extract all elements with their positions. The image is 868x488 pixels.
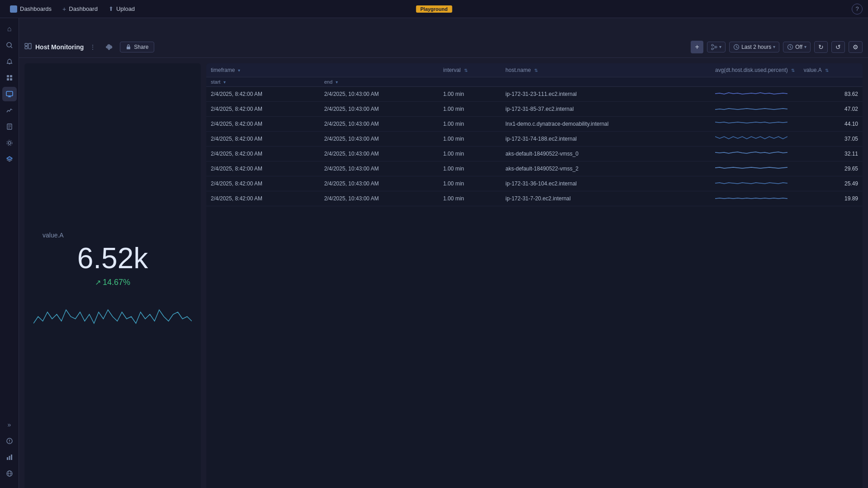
table-row[interactable]: 2/4/2025, 8:42:00 AM2/4/2025, 10:43:00 A…: [206, 147, 863, 161]
value-main: 6.52k: [77, 242, 148, 274]
plus-icon: +: [62, 5, 66, 13]
sidebar-item-layers[interactable]: [2, 152, 17, 166]
undo-button[interactable]: ↺: [831, 41, 845, 53]
sparkline-svg: [33, 296, 192, 332]
avg-disk-label: avg(dt.host.disk.used.percent): [715, 67, 788, 73]
add-panel-button[interactable]: +: [691, 41, 703, 53]
panel-icon[interactable]: [24, 43, 32, 51]
dashboards-nav-btn[interactable]: Dashboards: [5, 4, 56, 14]
clock-icon: [733, 44, 740, 50]
sidebar-bottom: »: [2, 417, 17, 484]
sidebar-item-search[interactable]: [2, 38, 17, 52]
dashboard-content: value.A 6.52k ↗ 14.67%: [19, 58, 868, 488]
svg-point-31: [711, 48, 713, 50]
th-interval-sub: [439, 77, 501, 87]
svg-rect-5: [10, 78, 12, 81]
svg-rect-25: [25, 47, 28, 49]
sidebar-item-apps[interactable]: [2, 136, 17, 150]
dashboard-nav-btn[interactable]: + Dashboard: [58, 4, 102, 14]
time-range-button[interactable]: Last 2 hours ▾: [729, 42, 779, 52]
table-row[interactable]: 2/4/2025, 8:42:00 AM2/4/2025, 10:43:00 A…: [206, 191, 863, 206]
refresh-clock-icon: [787, 44, 793, 50]
auto-refresh-label: Off: [795, 44, 802, 50]
schema-chevron: ▾: [719, 44, 721, 49]
share-label: Share: [134, 44, 148, 50]
dash-settings-button[interactable]: ⚙: [849, 41, 863, 53]
sidebar-item-expand[interactable]: »: [2, 417, 17, 432]
cell-interval: 1.00 min: [439, 176, 501, 191]
dashboards-icon: [10, 5, 17, 13]
help-button[interactable]: ?: [852, 4, 863, 14]
cell-sparkline: [711, 132, 799, 147]
upload-label: Upload: [116, 5, 135, 12]
table-row[interactable]: 2/4/2025, 8:42:00 AM2/4/2025, 10:43:00 A…: [206, 102, 863, 117]
th-end[interactable]: end ▾: [320, 77, 439, 87]
table-row[interactable]: 2/4/2025, 8:42:00 AM2/4/2025, 10:43:00 A…: [206, 161, 863, 176]
timeframe-label: timeframe: [211, 67, 235, 73]
value-change-arrow-icon: ↗: [95, 278, 101, 287]
table-row[interactable]: 2/4/2025, 8:42:00 AM2/4/2025, 10:43:00 A…: [206, 132, 863, 147]
help-icon: ?: [855, 5, 859, 12]
sidebar-item-metrics[interactable]: [2, 103, 17, 118]
more-options-button[interactable]: ⋮: [87, 42, 98, 52]
cell-sparkline: [711, 191, 799, 206]
th-value-a[interactable]: value.A ⇅: [799, 63, 863, 77]
avg-disk-sort-icon: ⇅: [791, 68, 795, 73]
table-row[interactable]: 2/4/2025, 8:42:00 AM2/4/2025, 10:43:00 A…: [206, 176, 863, 191]
cell-hostname: ip-172-31-85-37.ec2.internal: [501, 102, 711, 117]
sidebar-item-grid[interactable]: [2, 71, 17, 85]
add-icon: +: [695, 43, 699, 51]
value-card: value.A 6.52k ↗ 14.67%: [24, 63, 201, 488]
sidebar-item-home[interactable]: ⌂: [2, 22, 17, 36]
svg-rect-18: [7, 457, 8, 460]
cell-hostname: ip-172-31-74-188.ec2.internal: [501, 132, 711, 147]
upload-nav-btn[interactable]: ⬆ Upload: [104, 4, 139, 14]
cell-sparkline: [711, 161, 799, 176]
sidebar-item-globe[interactable]: [2, 466, 17, 481]
lock-icon: [126, 44, 131, 50]
th-start[interactable]: start ▾: [206, 77, 320, 87]
cell-start: 2/4/2025, 8:42:00 AM: [206, 191, 320, 206]
th-hostname[interactable]: host.name ⇅: [501, 63, 711, 77]
sparkline-container: [33, 296, 192, 332]
dash-settings-icon: ⚙: [853, 43, 859, 51]
value-change: ↗ 14.67%: [95, 278, 130, 287]
value-change-pct: 14.67%: [103, 278, 130, 287]
value-a-sort-icon: ⇅: [825, 68, 829, 73]
table-row[interactable]: 2/4/2025, 8:42:00 AM2/4/2025, 10:43:00 A…: [206, 87, 863, 102]
refresh-button[interactable]: ↻: [814, 41, 828, 53]
svg-rect-2: [7, 75, 9, 77]
table-wrapper[interactable]: timeframe ▾ interval ⇅: [206, 63, 863, 488]
auto-refresh-button[interactable]: Off ▾: [783, 42, 811, 52]
table-row[interactable]: 2/4/2025, 8:42:00 AM2/4/2025, 10:43:00 A…: [206, 117, 863, 132]
cell-start: 2/4/2025, 8:42:00 AM: [206, 161, 320, 176]
main-area: Host Monitoring ⋮ Share + ▾ Last 2 hours…: [19, 36, 868, 488]
th-avg-disk[interactable]: avg(dt.host.disk.used.percent) ⇅: [711, 63, 799, 77]
th-interval[interactable]: interval ⇅: [439, 63, 501, 77]
playground-badge: Playground: [416, 5, 452, 13]
cell-hostname: aks-default-18490522-vmss_0: [501, 147, 711, 161]
cell-end: 2/4/2025, 10:43:00 AM: [320, 102, 439, 117]
sidebar-item-alerts-bottom[interactable]: [2, 434, 17, 448]
hostname-sort-icon: ⇅: [534, 68, 538, 73]
th-avg-disk-sub: [711, 77, 799, 87]
svg-point-17: [9, 442, 10, 443]
cell-start: 2/4/2025, 8:42:00 AM: [206, 117, 320, 132]
sidebar-item-alerts[interactable]: [2, 54, 17, 69]
share-button[interactable]: Share: [120, 42, 154, 52]
sidebar-item-monitor[interactable]: [2, 87, 17, 101]
cell-sparkline: [711, 87, 799, 102]
table-subheader-row: start ▾ end ▾: [206, 77, 863, 87]
cloud-button[interactable]: [102, 42, 116, 52]
svg-rect-20: [11, 455, 12, 460]
upload-icon: ⬆: [109, 5, 114, 12]
value-a-label: value.A: [804, 67, 822, 73]
dash-header-left: Host Monitoring ⋮ Share: [24, 42, 154, 52]
sidebar-item-chart-bottom[interactable]: [2, 450, 17, 464]
top-nav: Dashboards + Dashboard ⬆ Upload Playgrou…: [0, 0, 868, 18]
schema-button[interactable]: ▾: [707, 42, 726, 52]
cell-sparkline: [711, 147, 799, 161]
sidebar-item-logs[interactable]: [2, 119, 17, 134]
th-timeframe[interactable]: timeframe ▾: [206, 63, 439, 77]
svg-rect-19: [9, 456, 10, 460]
